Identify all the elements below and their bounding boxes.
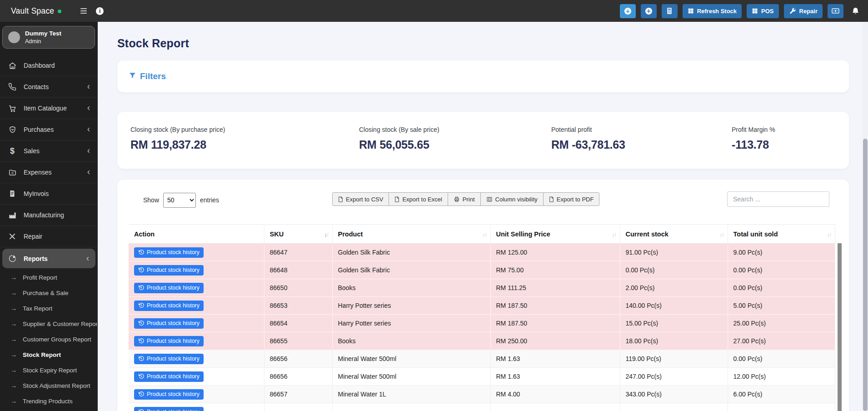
sidebar-item-expenses[interactable]: Expenses <box>0 162 98 183</box>
cell-current-stock: 119.00 Pc(s) <box>620 350 728 368</box>
table-row: Product stock history86655BooksRM 250.00… <box>129 332 835 350</box>
sidebar-item-dashboard[interactable]: Dashboard <box>0 55 98 76</box>
info-icon[interactable]: i <box>96 7 104 15</box>
table-row: Product stock history86648Golden Silk Fa… <box>129 261 835 279</box>
sidebar-item-purchases[interactable]: Purchases <box>0 119 98 140</box>
sidebar-subitem-stock-adjustment-report[interactable]: →Stock Adjustment Report <box>0 378 98 393</box>
cell-product: Harry Potter series <box>332 315 490 332</box>
pos-button[interactable]: POS <box>747 4 778 18</box>
main-content: Stock Report Filters Closing stock (By p… <box>98 22 868 411</box>
summary-label: Profit Margin % <box>732 126 775 133</box>
cell-product: Golden Silk Fabric <box>332 244 490 261</box>
cell-current-stock: 343.00 Pc(s) <box>620 386 728 403</box>
column-header-total-unit-sold[interactable]: Total unit sold↓↑ <box>728 225 835 244</box>
cell-product: Mineral Water 500ml <box>332 350 490 368</box>
product-stock-history-button[interactable]: Product stock history <box>134 407 204 411</box>
sidebar-item-label: Repair <box>24 233 42 240</box>
cell-sku: 86653 <box>264 297 332 315</box>
sidebar-item-label: MyInvois <box>24 190 49 197</box>
sidebar-subitem-label: Stock Expiry Report <box>23 367 77 374</box>
hamburger-menu-icon[interactable] <box>80 8 87 14</box>
column-header-unit-selling-price[interactable]: Unit Selling Price↓↑ <box>490 225 620 244</box>
page-scrollbar-thumb[interactable] <box>863 139 868 411</box>
column-header-sku[interactable]: SKU↓↑ <box>264 225 332 244</box>
page-size-select[interactable]: 50 <box>163 193 196 208</box>
product-stock-history-button[interactable]: Product stock history <box>134 389 204 400</box>
sidebar-item-contacts[interactable]: Contacts <box>0 76 98 98</box>
brand-label: Vault Space <box>11 6 54 16</box>
sidebar-subitem-trending-products[interactable]: →Trending Products <box>0 393 98 409</box>
factory-icon <box>8 211 17 220</box>
repair-button[interactable]: Repair <box>784 4 823 18</box>
cell-product: Books <box>332 279 490 297</box>
column-visibility-button[interactable]: Column visibility <box>480 192 544 206</box>
sidebar-item-reports[interactable]: Reports <box>2 249 95 268</box>
cash-button[interactable] <box>828 4 843 18</box>
page-title: Stock Report <box>117 37 849 50</box>
arrow-right-icon: → <box>10 289 17 296</box>
circle-plus-button[interactable] <box>641 4 657 18</box>
table-scrollbar[interactable] <box>838 243 842 411</box>
cell-product: Mineral Water 500ml <box>332 368 490 386</box>
sidebar-item-repair[interactable]: Repair <box>0 226 98 247</box>
arrow-right-icon: → <box>10 382 17 389</box>
print-button[interactable]: Print <box>448 192 481 206</box>
sidebar-item-sales[interactable]: $Sales <box>0 140 98 162</box>
chevron-left-icon <box>85 169 92 175</box>
product-stock-history-button[interactable]: Product stock history <box>134 265 204 276</box>
circle-down-button[interactable] <box>620 4 636 18</box>
search-input[interactable] <box>727 191 829 207</box>
sidebar-item-myinvois[interactable]: MyInvois <box>0 183 98 205</box>
table-row: Product stock history86656Mineral Water … <box>129 368 835 386</box>
sidebar-subitem-stock-report[interactable]: →Stock Report <box>0 347 98 362</box>
cell-product: Mineral Water 1L <box>332 386 490 403</box>
sidebar-item-item-catalogue[interactable]: Item Catalogue <box>0 98 98 119</box>
export-button-group: Export to CSVExport to ExcelPrintColumn … <box>332 192 599 206</box>
notifications-button[interactable] <box>851 7 860 15</box>
shield-icon <box>8 125 17 134</box>
cell-total-unit-sold: 9.00 Pc(s) <box>728 244 835 261</box>
cell-action: Product stock history <box>129 279 264 297</box>
sidebar-subitem-stock-expiry-report[interactable]: →Stock Expiry Report <box>0 362 98 378</box>
cell-action: Product stock history <box>129 261 264 279</box>
cell-total-unit-sold: 25.00 Pc(s) <box>728 315 835 332</box>
bell-icon <box>851 7 860 15</box>
product-stock-history-button[interactable]: Product stock history <box>134 336 204 346</box>
sidebar-subitem-tax-report[interactable]: →Tax Report <box>0 301 98 316</box>
sidebar-subitem-label: Supplier & Customer Report <box>23 321 97 327</box>
chevron-left-icon <box>85 148 92 154</box>
user-card[interactable]: Dummy Test Admin <box>2 26 95 49</box>
sidebar-item-manufacturing[interactable]: Manufacturing <box>0 205 98 226</box>
product-stock-history-button[interactable]: Product stock history <box>134 371 204 382</box>
arrow-right-icon: → <box>10 320 17 327</box>
product-stock-history-button[interactable]: Product stock history <box>134 283 204 293</box>
user-role: Admin <box>25 38 61 45</box>
sidebar-subitem-purchase-sale[interactable]: →Purchase & Sale <box>0 285 98 301</box>
column-header-action: Action <box>129 225 264 244</box>
product-stock-history-button[interactable]: Product stock history <box>134 354 204 364</box>
product-stock-history-button[interactable]: Product stock history <box>134 301 204 311</box>
column-header-product[interactable]: Product↓↑ <box>332 225 490 244</box>
sidebar-subitem-supplier-customer-report[interactable]: →Supplier & Customer Report <box>0 316 98 331</box>
product-stock-history-button[interactable]: Product stock history <box>134 318 204 329</box>
cell-action: Product stock history <box>129 368 264 386</box>
pie-icon <box>8 254 17 263</box>
cell-action: Product stock history <box>129 403 264 411</box>
summary-card: Closing stock (By purchase price)RM 119,… <box>117 112 849 169</box>
folder-icon <box>8 168 17 177</box>
sidebar-subitem-customer-groups-report[interactable]: →Customer Groups Report <box>0 331 98 347</box>
summary-label: Closing stock (By sale price) <box>359 126 439 133</box>
cell-unit-selling-price: RM 1.63 <box>490 368 620 386</box>
refresh-stock-button[interactable]: Refresh Stock <box>683 4 742 18</box>
export-to-pdf-button[interactable]: Export to PDF <box>543 192 600 206</box>
calculator-button[interactable] <box>662 4 678 18</box>
invoice-icon <box>8 190 16 198</box>
column-header-current-stock[interactable]: Current stock↓↑ <box>620 225 728 244</box>
sidebar-subitem-profit-report[interactable]: →Profit Report <box>0 270 98 285</box>
history-icon <box>138 267 144 273</box>
export-to-csv-button[interactable]: Export to CSV <box>332 192 389 206</box>
export-to-excel-button[interactable]: Export to Excel <box>389 192 448 206</box>
cell-sku: 86656 <box>264 350 332 368</box>
product-stock-history-button[interactable]: Product stock history <box>134 247 204 258</box>
filters-toggle[interactable]: Filters <box>129 71 166 81</box>
